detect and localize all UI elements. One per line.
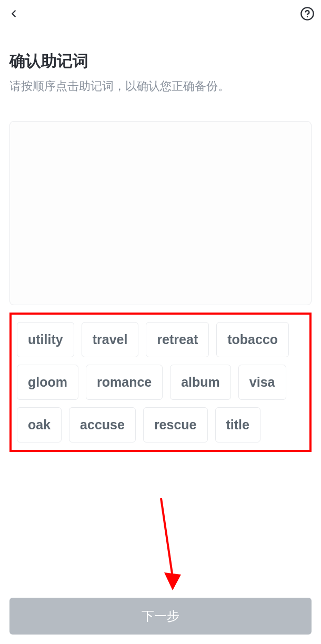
page-title: 确认助记词	[9, 51, 312, 72]
question-circle-icon	[300, 6, 315, 21]
header	[0, 0, 321, 27]
mnemonic-words-container: utility travel retreat tobacco gloom rom…	[9, 313, 312, 452]
mnemonic-word-chip[interactable]: oak	[17, 407, 62, 442]
mnemonic-word-chip[interactable]: visa	[238, 365, 286, 400]
content-area: 确认助记词 请按顺序点击助记词，以确认您正确备份。 utility travel…	[0, 27, 321, 452]
mnemonic-word-chip[interactable]: album	[170, 365, 231, 400]
mnemonic-word-chip[interactable]: tobacco	[216, 322, 289, 357]
arrow-annotation-icon	[156, 496, 187, 596]
mnemonic-word-chip[interactable]: rescue	[143, 407, 208, 442]
help-button[interactable]	[298, 4, 317, 23]
mnemonic-word-chip[interactable]: gloom	[17, 365, 78, 400]
next-button[interactable]: 下一步	[9, 598, 312, 635]
chevron-left-icon	[8, 8, 19, 19]
mnemonic-word-chip[interactable]: travel	[82, 322, 139, 357]
svg-line-2	[161, 498, 173, 577]
mnemonic-word-chip[interactable]: retreat	[146, 322, 209, 357]
mnemonic-word-chip[interactable]: title	[215, 407, 260, 442]
back-button[interactable]	[4, 4, 23, 23]
page-subtitle: 请按顺序点击助记词，以确认您正确备份。	[9, 77, 312, 95]
mnemonic-word-chip[interactable]: utility	[17, 322, 74, 357]
selected-words-area[interactable]	[9, 121, 312, 305]
mnemonic-word-chip[interactable]: accuse	[69, 407, 136, 442]
svg-marker-3	[164, 572, 181, 590]
mnemonic-word-chip[interactable]: romance	[86, 365, 163, 400]
